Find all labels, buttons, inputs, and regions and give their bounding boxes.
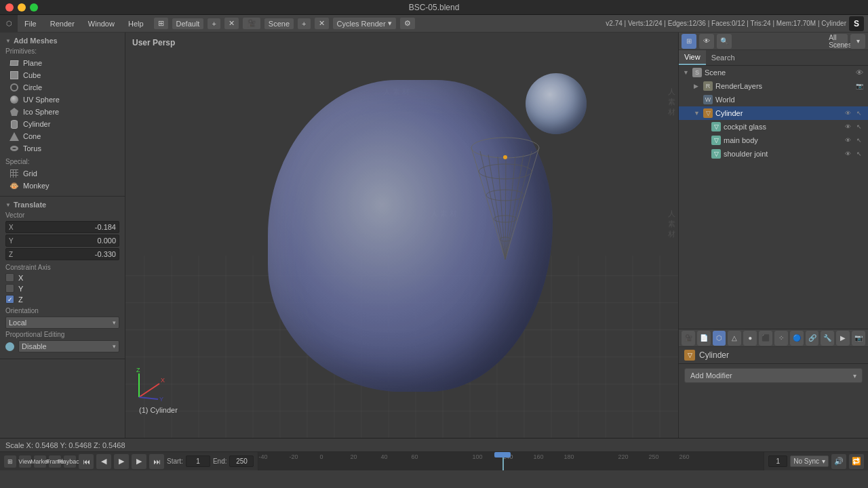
- scene-selector[interactable]: Scene: [264, 18, 294, 30]
- z-field[interactable]: Z -0.330: [5, 248, 119, 260]
- end-frame-input[interactable]: 250: [229, 455, 254, 467]
- search-icon-button[interactable]: 🔍: [717, 34, 732, 49]
- menu-render[interactable]: Render: [43, 15, 81, 33]
- translate-title[interactable]: Translate: [5, 201, 119, 209]
- mesh-item-uvsphere[interactable]: UV Sphere: [5, 94, 119, 106]
- all-scenes-button[interactable]: All Scenes: [833, 34, 848, 49]
- right-panel-settings-button[interactable]: ▾: [850, 34, 865, 49]
- add-screen-button[interactable]: +: [207, 18, 220, 30]
- viewport-type-button[interactable]: 🎥: [242, 17, 261, 30]
- cockpit-vis-button[interactable]: 👁: [843, 122, 852, 131]
- mesh-item-cube[interactable]: Cube: [5, 69, 119, 81]
- audio-button[interactable]: 🔊: [831, 454, 846, 469]
- mesh-item-torus[interactable]: Torus: [5, 142, 119, 155]
- axis-z-checkbox[interactable]: [5, 295, 14, 304]
- outliner-item-renderlayers[interactable]: ▶ R RenderLayers 📷: [679, 79, 868, 93]
- shoulder-cursor-button[interactable]: ↖: [854, 149, 864, 159]
- mesh-item-cylinder[interactable]: Cylinder: [5, 118, 119, 130]
- cylinder-vis-button[interactable]: 👁: [843, 108, 852, 118]
- start-frame-input[interactable]: 1: [186, 455, 210, 467]
- mesh-item-icosphere[interactable]: Ico Sphere: [5, 106, 119, 118]
- props-material-button[interactable]: ●: [743, 331, 757, 346]
- add-scene-button[interactable]: +: [297, 18, 311, 30]
- minimize-button[interactable]: [18, 3, 26, 12]
- mesh-item-grid[interactable]: Grid: [5, 167, 119, 180]
- axis-y-row[interactable]: Y: [5, 284, 119, 293]
- app-logo[interactable]: ⬡: [0, 15, 18, 33]
- orientation-select[interactable]: Local: [5, 317, 119, 329]
- timeline-view-tab[interactable]: View: [19, 455, 31, 468]
- menu-window[interactable]: Window: [81, 15, 121, 33]
- jump-end-button[interactable]: ⏭: [149, 454, 164, 469]
- props-particles-button[interactable]: ⁘: [774, 331, 788, 346]
- maximize-button[interactable]: [30, 3, 38, 12]
- add-modifier-button[interactable]: Add Modifier: [684, 368, 863, 383]
- window-controls[interactable]: [5, 3, 38, 12]
- mesh-item-plane[interactable]: Plane: [5, 57, 119, 69]
- cylinder-cursor-button[interactable]: ↖: [854, 108, 864, 118]
- menu-file[interactable]: File: [18, 15, 43, 33]
- timeline-marker-tab[interactable]: Marker: [34, 455, 46, 468]
- props-mesh-button[interactable]: △: [728, 331, 741, 346]
- axis-x-row[interactable]: X: [5, 273, 119, 282]
- current-frame-input[interactable]: 1: [768, 455, 787, 467]
- close-button[interactable]: [5, 3, 14, 12]
- props-renderlayers-button[interactable]: 📄: [697, 331, 711, 346]
- cockpit-cursor-button[interactable]: ↖: [854, 122, 864, 131]
- timeline-playback-tab[interactable]: Playback: [64, 455, 76, 468]
- x-field[interactable]: X -0.184: [5, 221, 119, 233]
- axis-x-checkbox[interactable]: [5, 273, 14, 282]
- delete-screen-button[interactable]: ✕: [224, 17, 239, 30]
- outliner-item-cockpit-glass[interactable]: ▽ cockpit glass 👁 ↖: [679, 120, 868, 134]
- props-constraints-button[interactable]: 🔗: [806, 331, 819, 346]
- props-anim-button[interactable]: ▶: [836, 331, 850, 346]
- mesh-item-circle[interactable]: Circle: [5, 81, 119, 94]
- timeline-ruler[interactable]: -40 -20 0 20 40 60 100 140 160 180 220 2…: [258, 452, 764, 470]
- timeline-editor-type-button[interactable]: ⊞: [4, 455, 16, 468]
- outliner-search-tab[interactable]: Search: [706, 50, 741, 65]
- props-modifiers-button[interactable]: 🔧: [821, 331, 834, 346]
- del-scene-button[interactable]: ✕: [314, 17, 330, 30]
- loop-button[interactable]: 🔁: [849, 454, 864, 469]
- outliner-item-main-body[interactable]: ▽ main body 👁 ↖: [679, 134, 868, 147]
- props-physics-button[interactable]: 🔵: [790, 331, 804, 346]
- renderlayers-camera-button[interactable]: 📷: [854, 81, 864, 91]
- step-forward-button[interactable]: ▶: [132, 454, 146, 469]
- viewport[interactable]: 人 素 材 人 素 材 人 素 材 www.rr-sc.com 人 素 材 ww…: [125, 33, 678, 438]
- props-object-button[interactable]: ⬡: [713, 331, 726, 346]
- menu-help[interactable]: Help: [121, 15, 151, 33]
- props-scene-button[interactable]: 🎥: [682, 331, 695, 346]
- play-button[interactable]: ▶: [114, 454, 129, 469]
- render-engine-selector[interactable]: Cycles Render ▾: [332, 17, 397, 30]
- outliner-item-world[interactable]: W World: [679, 93, 868, 106]
- axis-z-row[interactable]: Z: [5, 295, 119, 304]
- jump-start-button[interactable]: ⏮: [79, 454, 94, 469]
- mainbody-cursor-button[interactable]: ↖: [854, 136, 864, 145]
- shoulder-vis-button[interactable]: 👁: [843, 149, 852, 159]
- add-meshes-title[interactable]: Add Meshes: [5, 37, 119, 45]
- props-texture-button[interactable]: ⬛: [759, 331, 772, 346]
- sync-select[interactable]: No Sync ▾: [790, 455, 829, 467]
- scrubber-indicator[interactable]: [494, 452, 511, 458]
- outliner-view-tab[interactable]: View: [679, 50, 706, 65]
- outliner-item-scene[interactable]: ▼ S Scene 👁: [679, 66, 868, 79]
- render-options-button[interactable]: ⚙: [399, 17, 416, 30]
- step-back-button[interactable]: ◀: [96, 454, 111, 469]
- mesh-item-cone[interactable]: Cone: [5, 130, 119, 142]
- editor-type-button[interactable]: ⊞: [153, 17, 169, 30]
- proportional-toggle[interactable]: Disable: [5, 340, 119, 352]
- scene-visibility-button[interactable]: 👁: [854, 68, 864, 77]
- layout-preset-button[interactable]: Default: [172, 18, 205, 30]
- proportional-dot[interactable]: [5, 342, 14, 351]
- proportional-select[interactable]: Disable: [18, 340, 119, 352]
- outliner-icon-button[interactable]: ⊞: [682, 34, 696, 49]
- outliner-item-cylinder[interactable]: ▼ ▽ Cylinder 👁 ↖: [679, 106, 868, 120]
- axis-y-checkbox[interactable]: [5, 284, 14, 293]
- outliner-item-shoulder-joint[interactable]: ▽ shoulder joint 👁 ↖: [679, 147, 868, 161]
- user-icon-button[interactable]: S: [849, 16, 864, 31]
- props-render-button[interactable]: 📷: [852, 331, 865, 346]
- y-field[interactable]: Y 0.000: [5, 235, 119, 247]
- mainbody-vis-button[interactable]: 👁: [843, 136, 852, 145]
- view-icon-button[interactable]: 👁: [699, 34, 714, 49]
- mesh-item-monkey[interactable]: 🐵 Monkey: [5, 180, 119, 192]
